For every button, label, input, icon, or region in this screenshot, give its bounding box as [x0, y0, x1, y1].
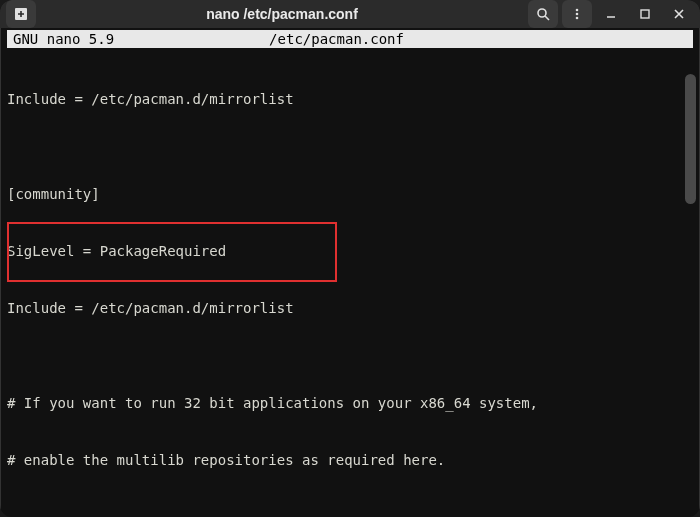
- menu-button[interactable]: [562, 0, 592, 28]
- close-button[interactable]: [664, 0, 694, 28]
- editor-line: Include = /etc/pacman.d/mirrorlist: [7, 299, 693, 318]
- search-icon: [536, 7, 550, 21]
- plus-icon: [14, 7, 28, 21]
- editor-line: # enable the multilib repositories as re…: [7, 451, 693, 470]
- svg-rect-7: [641, 10, 649, 18]
- terminal-area[interactable]: GNU nano 5.9 /etc/pacman.conf Include = …: [0, 28, 700, 517]
- svg-line-2: [545, 16, 549, 20]
- minimize-icon: [604, 7, 618, 21]
- maximize-icon: [638, 7, 652, 21]
- search-button[interactable]: [528, 0, 558, 28]
- editor-line: # If you want to run 32 bit applications…: [7, 394, 693, 413]
- editor-line: Include = /etc/pacman.d/mirrorlist: [7, 90, 693, 109]
- svg-point-1: [538, 9, 546, 17]
- nano-file-label: /etc/pacman.conf: [269, 31, 687, 47]
- editor-line: [community]: [7, 185, 693, 204]
- svg-point-3: [576, 9, 579, 12]
- window-title: nano /etc/pacman.conf: [42, 6, 522, 22]
- svg-point-4: [576, 13, 579, 16]
- editor-line: SigLevel = PackageRequired: [7, 242, 693, 261]
- maximize-button[interactable]: [630, 0, 660, 28]
- vertical-scrollbar[interactable]: [685, 74, 696, 204]
- window-titlebar: nano /etc/pacman.conf: [0, 0, 700, 28]
- close-icon: [672, 7, 686, 21]
- nano-statusbar: GNU nano 5.9 /etc/pacman.conf: [7, 30, 693, 48]
- editor-content[interactable]: Include = /etc/pacman.d/mirrorlist [comm…: [7, 52, 693, 517]
- svg-point-5: [576, 17, 579, 20]
- menu-icon: [570, 7, 584, 21]
- new-tab-button[interactable]: [6, 0, 36, 28]
- nano-app-label: GNU nano 5.9: [13, 31, 269, 47]
- minimize-button[interactable]: [596, 0, 626, 28]
